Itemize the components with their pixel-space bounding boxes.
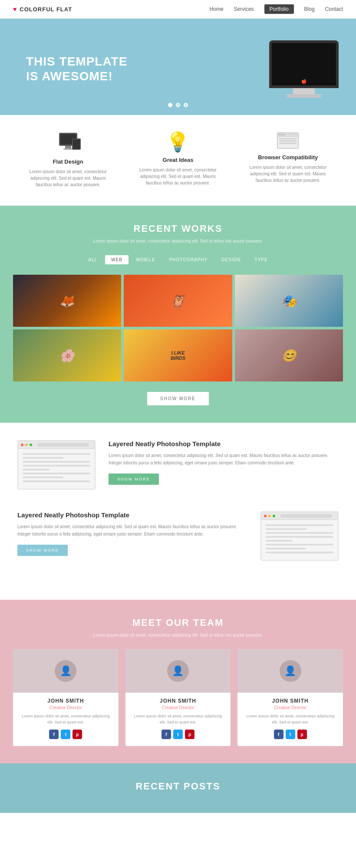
pinterest-icon-2[interactable]: p [185, 730, 194, 739]
portfolio-show-more-1[interactable]: SHOW MORE [109, 473, 159, 485]
portfolio-thumb-5[interactable]: I LIKEBIRDS [124, 329, 232, 381]
monitor-icon-base [63, 148, 73, 150]
nav-portfolio[interactable]: Portfolio [264, 4, 294, 14]
mock-line-2f [266, 544, 333, 546]
hero-monitor: 🍎 [269, 40, 339, 98]
great-ideas-title: Great Ideas [135, 157, 221, 163]
thumb-6-content: 😊 [235, 329, 343, 381]
mock-line-1e [23, 469, 49, 470]
team-subtitle: Lorem ipsum dolor sit amet, consectetur … [13, 632, 343, 639]
nav-blog[interactable]: Blog [304, 6, 315, 12]
portfolio-thumb-3[interactable]: 🎭 [235, 275, 343, 327]
mock-line-2h [266, 552, 333, 553]
browser-compat-desc: Lorem ipsum dolor sit amet, consectetur … [244, 164, 331, 184]
browser-compat-title: Browser Compatibility [244, 154, 331, 161]
filter-web[interactable]: WEB [105, 255, 129, 264]
portfolio-row-2: Layered Neatly Photoshop Template Lorem … [17, 511, 339, 561]
browser-dot-y [281, 134, 283, 135]
filter-all[interactable]: ALL [82, 255, 103, 264]
team-name-1: JOHN SMITH [13, 698, 119, 704]
portfolio-info-2: Layered Neatly Photoshop Template Lorem … [17, 511, 247, 556]
nav-home[interactable]: Home [210, 6, 224, 12]
team-section: MEET OUR TEAM Lorem ipsum dolor sit amet… [0, 600, 356, 763]
mock-browser-1 [17, 440, 96, 490]
hero-dot-3[interactable] [184, 103, 188, 107]
pinterest-icon-1[interactable]: p [73, 730, 82, 739]
recent-works-section: RECENT WORKS Lorem ipsum dolor sit amet,… [0, 206, 356, 423]
team-role-2: Creative Director [125, 705, 231, 710]
portfolio-desc-1: Lorem ipsum dolor sit amet, consectetur … [109, 452, 339, 467]
hero-section: THIS TEMPLATE IS AWESOME! 🍎 [0, 19, 356, 115]
browser-dot-r [279, 134, 280, 135]
browser-line-4 [279, 143, 297, 144]
facebook-icon-2[interactable]: f [162, 730, 171, 739]
mock-content-2 [261, 520, 338, 560]
facebook-icon-3[interactable]: f [274, 730, 283, 739]
nav-services[interactable]: Services [234, 6, 254, 12]
dot-yellow-1 [25, 444, 28, 446]
thumb-1-content: 🦊 [13, 275, 121, 327]
portfolio-thumb-2[interactable]: 🦉 [124, 275, 232, 327]
portfolio-show-more-2[interactable]: SHOW MORE [17, 545, 68, 556]
avatar-3: 👤 [280, 660, 301, 682]
mock-line-2b [266, 528, 307, 530]
mock-line-1b [23, 457, 63, 459]
hero-dot-1[interactable] [168, 103, 172, 107]
twitter-icon-1[interactable]: t [61, 730, 70, 739]
twitter-icon-2[interactable]: t [173, 730, 183, 739]
team-avatar-area-1: 👤 [13, 649, 119, 693]
portfolio-thumb-4[interactable]: 🌸 [13, 329, 121, 381]
heart-icon: ♥ [13, 6, 17, 13]
filter-design[interactable]: DESIGN [215, 255, 247, 264]
team-grid: 👤 JOHN SMITH Creative Director Lorem ips… [13, 649, 343, 746]
feature-flat-design: Flat Design Lorem ipsum dolor sit amet, … [25, 132, 112, 188]
features-section: Flat Design Lorem ipsum dolor sit amet, … [0, 115, 356, 206]
dot-red-1 [21, 444, 23, 446]
filter-photography[interactable]: PHOTOGRAPHY [163, 255, 214, 264]
team-socials-2: f t p [125, 730, 231, 739]
monitor-stand [293, 88, 315, 94]
mock-line-1d [23, 465, 90, 467]
facebook-icon-1[interactable]: f [49, 730, 59, 739]
browser-line-2 [279, 140, 297, 141]
great-ideas-desc: Lorem ipsum dolor sit amet, consectetur … [135, 167, 221, 186]
hero-dot-2[interactable] [176, 103, 180, 107]
mock-line-2g [266, 548, 307, 549]
hero-dots [168, 103, 188, 107]
filter-type[interactable]: TYPE [249, 255, 274, 264]
mock-line-1g [23, 477, 63, 478]
monitor-body: 🍎 [269, 40, 339, 88]
filter-mobile[interactable]: MOBILE [130, 255, 162, 264]
monitor-base [287, 94, 321, 98]
dot-green-2 [273, 515, 275, 517]
nav-contact[interactable]: Contact [325, 6, 343, 12]
pinterest-icon-3[interactable]: p [297, 730, 307, 739]
address-bar-2 [280, 514, 332, 518]
team-card-3: 👤 JOHN SMITH Creative Director Lorem ips… [237, 649, 343, 746]
portfolio-thumb-6[interactable]: 😊 [235, 329, 343, 381]
portfolio-thumb-1[interactable]: 🦊 [13, 275, 121, 327]
team-name-2: JOHN SMITH [125, 698, 231, 704]
avatar-2: 👤 [167, 660, 189, 682]
portfolio-title-1: Layered Neatly Photoshop Template [109, 440, 339, 447]
portfolio-row-1: Layered Neatly Photoshop Template Lorem … [17, 440, 339, 490]
browser-line-1 [279, 138, 297, 139]
team-desc-2: Lorem ipsum dolor sit amet, consectetur … [131, 713, 226, 725]
team-name-3: JOHN SMITH [237, 698, 343, 704]
show-more-button[interactable]: SHOW MORE [147, 392, 209, 405]
portfolio-grid: 🦊 🦉 🎭 🌸 I LIKEBIRDS 😊 [13, 275, 343, 381]
mock-line-1h [23, 480, 90, 482]
team-socials-3: f t p [237, 730, 343, 739]
mock-browser-2 [260, 511, 339, 561]
team-socials-1: f t p [13, 730, 119, 739]
portfolio-info-1: Layered Neatly Photoshop Template Lorem … [109, 440, 339, 485]
bulb-icon: 💡 [135, 132, 221, 151]
team-role-1: Creative Director [13, 705, 119, 710]
mock-line-2d [266, 536, 333, 538]
tablet-icon [72, 138, 81, 150]
team-title: MEET OUR TEAM [13, 617, 343, 628]
portfolio-desc-2: Lorem ipsum dolor sit amet, consectetur … [17, 523, 247, 538]
twitter-icon-3[interactable]: t [286, 730, 295, 739]
portfolio-detail-section: Layered Neatly Photoshop Template Lorem … [0, 423, 356, 600]
recent-works-subtitle: Lorem ipsum dolor sit amet, consectetur … [13, 238, 343, 245]
